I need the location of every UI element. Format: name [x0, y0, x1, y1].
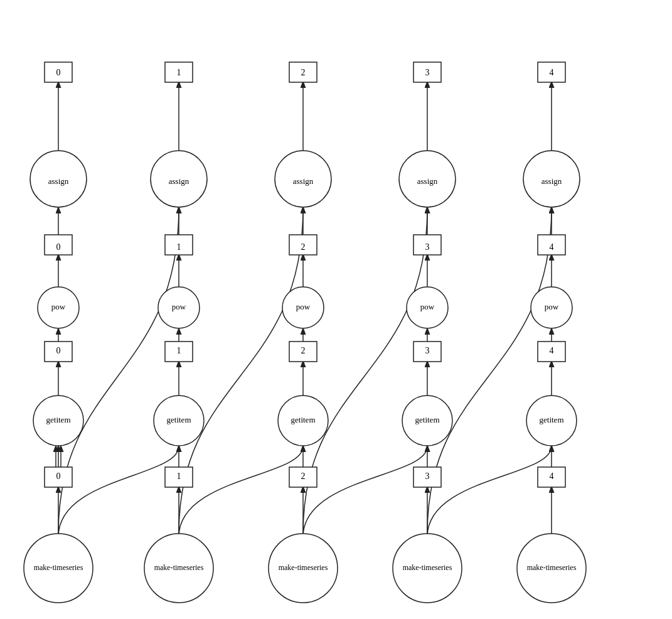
svg-rect-45 — [538, 62, 565, 82]
svg-rect-85 — [538, 342, 565, 362]
svg-rect-63 — [413, 235, 441, 255]
svg-text:3: 3 — [425, 242, 430, 252]
svg-text:getitem: getitem — [291, 415, 316, 424]
svg-point-49 — [151, 151, 207, 207]
svg-text:getitem: getitem — [540, 415, 564, 424]
svg-point-73 — [407, 287, 448, 328]
svg-point-69 — [158, 287, 200, 328]
svg-text:2: 2 — [301, 242, 306, 252]
svg-text:make-timeseries: make-timeseries — [527, 563, 577, 572]
svg-point-75 — [531, 287, 572, 328]
svg-rect-43 — [413, 62, 441, 82]
svg-rect-83 — [413, 342, 441, 362]
svg-point-109 — [144, 534, 213, 603]
svg-text:1: 1 — [177, 68, 181, 77]
svg-point-87 — [33, 396, 83, 446]
svg-point-91 — [278, 396, 328, 446]
svg-text:1: 1 — [177, 242, 181, 252]
svg-rect-39 — [165, 62, 193, 82]
svg-rect-41 — [289, 62, 317, 82]
svg-text:0: 0 — [56, 471, 61, 481]
svg-text:pow: pow — [296, 302, 311, 311]
svg-point-51 — [275, 151, 331, 207]
svg-text:getitem: getitem — [167, 415, 191, 424]
svg-text:pow: pow — [51, 302, 66, 311]
svg-rect-37 — [45, 62, 72, 82]
svg-point-67 — [38, 287, 79, 328]
svg-point-113 — [393, 534, 462, 603]
svg-rect-79 — [165, 342, 193, 362]
svg-text:4: 4 — [550, 242, 554, 252]
svg-text:assign: assign — [417, 176, 438, 186]
svg-text:getitem: getitem — [415, 415, 440, 424]
svg-text:pow: pow — [172, 302, 186, 311]
svg-text:3: 3 — [425, 346, 430, 355]
svg-rect-65 — [538, 235, 565, 255]
svg-text:1: 1 — [177, 346, 181, 355]
svg-text:4: 4 — [550, 346, 554, 355]
svg-rect-57 — [45, 235, 72, 255]
svg-text:2: 2 — [301, 471, 306, 481]
svg-point-115 — [517, 534, 586, 603]
svg-text:assign: assign — [169, 176, 189, 186]
svg-text:4: 4 — [550, 471, 554, 481]
svg-point-89 — [154, 396, 204, 446]
svg-text:make-timeseries: make-timeseries — [279, 563, 328, 572]
svg-text:make-timeseries: make-timeseries — [34, 563, 83, 572]
svg-text:pow: pow — [545, 302, 559, 311]
svg-text:0: 0 — [56, 346, 61, 355]
svg-point-53 — [399, 151, 456, 207]
svg-text:2: 2 — [301, 346, 306, 355]
svg-text:3: 3 — [425, 68, 430, 77]
svg-point-95 — [526, 396, 577, 446]
svg-rect-105 — [538, 467, 565, 487]
svg-rect-101 — [289, 467, 317, 487]
svg-rect-81 — [289, 342, 317, 362]
svg-point-47 — [30, 151, 87, 207]
svg-text:make-timeseries: make-timeseries — [403, 563, 452, 572]
svg-rect-61 — [289, 235, 317, 255]
svg-text:make-timeseries: make-timeseries — [154, 563, 204, 572]
svg-text:3: 3 — [425, 471, 430, 481]
svg-text:assign: assign — [541, 176, 562, 186]
diagram-svg: 0 1 2 3 4 assign assign assign assign as… — [0, 0, 672, 619]
svg-point-71 — [282, 287, 324, 328]
svg-text:0: 0 — [56, 68, 61, 77]
svg-text:2: 2 — [301, 68, 306, 77]
svg-text:0: 0 — [56, 242, 61, 252]
svg-point-107 — [24, 534, 93, 603]
svg-text:getitem: getitem — [46, 415, 71, 424]
svg-text:assign: assign — [293, 176, 314, 186]
svg-point-93 — [402, 396, 452, 446]
svg-rect-59 — [165, 235, 193, 255]
svg-rect-77 — [45, 342, 72, 362]
diagram-container: 0 1 2 3 4 assign assign assign assign as… — [0, 0, 672, 619]
svg-text:assign: assign — [48, 176, 69, 186]
svg-text:4: 4 — [550, 68, 554, 77]
svg-point-111 — [269, 534, 338, 603]
svg-point-55 — [523, 151, 580, 207]
svg-rect-103 — [413, 467, 441, 487]
svg-text:1: 1 — [177, 471, 181, 481]
svg-rect-97 — [45, 467, 72, 487]
svg-text:pow: pow — [420, 302, 435, 311]
svg-rect-99 — [165, 467, 193, 487]
